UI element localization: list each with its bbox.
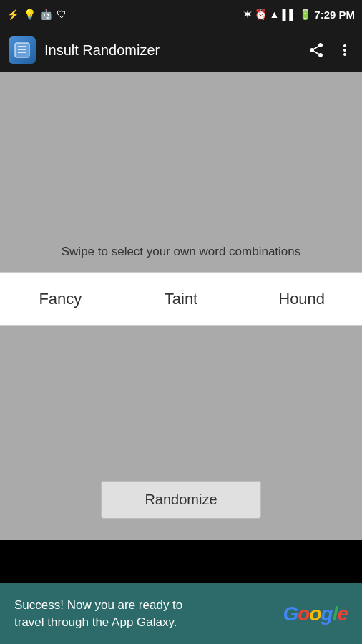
share-button[interactable] — [308, 42, 325, 59]
app-title: Insult Randomizer — [44, 42, 299, 59]
android-icon: 🤖 — [40, 9, 52, 20]
bottom-content-area: Randomize — [0, 326, 362, 540]
bluetooth-icon: ✶ — [243, 9, 252, 20]
app-icon — [9, 36, 36, 64]
bulb-icon: 💡 — [24, 9, 36, 20]
battery-icon: 🔋 — [299, 9, 311, 20]
app-bar-actions — [308, 42, 353, 59]
swipe-hint-text: Swipe to select your own word combinatio… — [47, 245, 315, 259]
word-selector[interactable]: Fancy Taint Hound — [0, 272, 362, 326]
word-hound[interactable]: Hound — [241, 283, 362, 316]
app-bar: Insult Randomizer — [0, 29, 362, 72]
usb-icon: ⚡ — [7, 9, 19, 20]
alarm-icon: ⏰ — [255, 9, 267, 20]
shield-icon: 🛡 — [57, 9, 67, 20]
time-display: 7:29 PM — [314, 9, 355, 21]
wifi-icon: ▲ — [270, 9, 280, 20]
svg-rect-0 — [15, 43, 29, 57]
word-taint[interactable]: Taint — [121, 283, 242, 316]
status-icons-right: ✶ ⏰ ▲ ▌▌ 🔋 7:29 PM — [243, 9, 355, 21]
status-bar: ⚡ 💡 🤖 🛡 ✶ ⏰ ▲ ▌▌ 🔋 7:29 PM — [0, 0, 362, 29]
ad-banner: Success! Now you are ready to travel thr… — [0, 583, 362, 644]
share-icon — [308, 42, 325, 59]
word-fancy[interactable]: Fancy — [0, 283, 121, 316]
more-options-button[interactable] — [336, 42, 353, 59]
ad-logo: Google — [283, 602, 348, 625]
status-icons-left: ⚡ 💡 🤖 🛡 — [7, 9, 67, 20]
ad-text: Success! Now you are ready to travel thr… — [14, 597, 197, 631]
signal-icon: ▌▌ — [282, 9, 296, 20]
randomize-button[interactable]: Randomize — [101, 481, 260, 519]
top-content-area: Swipe to select your own word combinatio… — [0, 72, 362, 272]
more-icon — [336, 42, 353, 59]
